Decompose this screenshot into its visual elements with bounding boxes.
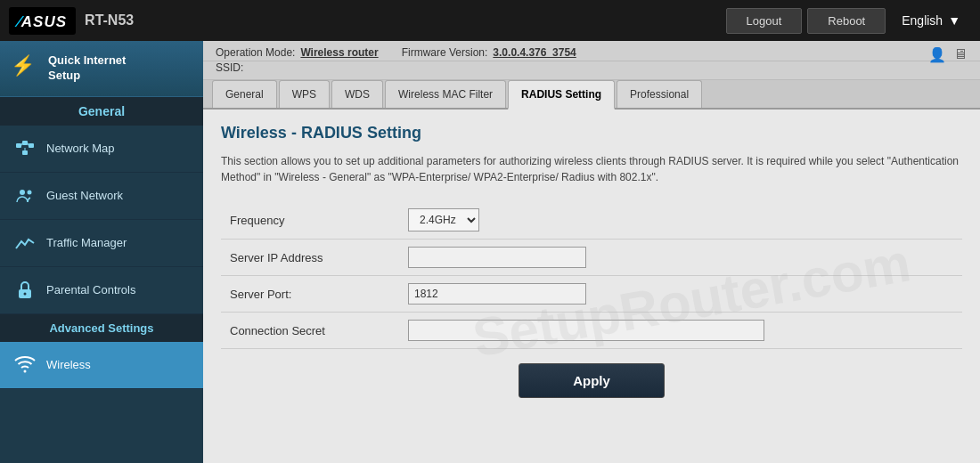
op-mode-value[interactable]: Wireless router [300,46,378,59]
chevron-down-icon: ▼ [948,13,960,28]
tab-radius-setting[interactable]: RADIUS Setting [508,80,615,110]
svg-point-10 [24,292,27,295]
sidebar: ⚡ Quick InternetSetup General [0,41,203,463]
frequency-row: Frequency 2.4GHz 5GHz [221,201,962,240]
sidebar-item-quick-setup[interactable]: ⚡ Quick InternetSetup [0,41,203,97]
quick-setup-label: Quick InternetSetup [48,53,126,84]
tab-general[interactable]: General [212,80,277,108]
info-icons-area: 👤 🖥 [928,46,968,63]
logout-button[interactable]: Logout [726,8,803,34]
sidebar-advanced-header: Advanced Settings [0,314,203,342]
guest-network-label: Guest Network [46,189,123,202]
page-description: This section allows you to set up additi… [221,153,962,185]
svg-point-8 [28,190,32,194]
frequency-label: Frequency [221,201,399,240]
svg-line-4 [21,142,22,145]
info-bar: Operation Mode: Wireless router Firmware… [203,41,980,61]
top-bar: ⁄ASUS RT-N53 Logout Reboot English ▼ [0,0,980,41]
apply-button[interactable]: Apply [519,363,665,398]
parental-controls-label: Parental Controls [46,283,135,296]
tab-wds[interactable]: WDS [331,80,383,108]
sidebar-item-wireless[interactable]: Wireless [0,342,203,389]
connection-secret-input[interactable] [408,320,764,341]
server-port-row: Server Port: [221,276,962,313]
parental-controls-icon [12,278,37,303]
svg-line-5 [28,142,29,145]
server-port-input[interactable] [408,283,586,305]
svg-rect-2 [29,143,34,148]
model-label: RT-N53 [85,12,134,28]
wireless-label: Wireless [46,358,91,371]
sidebar-item-traffic-manager[interactable]: Traffic Manager [0,220,203,267]
radius-form: Frequency 2.4GHz 5GHz Server IP Address [221,201,962,349]
fw-value[interactable]: 3.0.0.4.376_3754 [493,46,576,59]
wireless-icon [12,353,37,378]
brand-logo: ⁄ASUS [9,7,76,35]
fw-label: Firmware Version: [402,46,488,59]
network-map-icon [12,136,37,161]
display-icon: 🖥 [953,46,968,63]
sidebar-item-guest-network[interactable]: Guest Network [0,173,203,220]
server-port-label: Server Port: [221,276,399,313]
traffic-manager-icon [12,231,37,256]
ssid-label: SSID: [216,61,243,74]
tab-professional[interactable]: Professional [617,80,702,108]
tab-mac-filter[interactable]: Wireless MAC Filter [385,80,506,108]
user-icon: 👤 [928,46,946,63]
content-area: Operation Mode: Wireless router Firmware… [203,41,980,463]
language-selector[interactable]: English ▼ [891,6,971,35]
page-title: Wireless - RADIUS Setting [221,124,962,142]
sidebar-general-header: General [0,97,203,126]
connection-secret-label: Connection Secret [221,313,399,349]
page-content: SetupRouter.com Wireless - RADIUS Settin… [203,110,980,463]
guest-network-icon [12,183,37,208]
op-mode-label: Operation Mode: [216,46,295,59]
connection-secret-row: Connection Secret [221,313,962,349]
svg-point-11 [24,370,27,372]
apply-row: Apply [221,349,962,412]
quick-setup-icon: ⚡ [11,54,39,83]
svg-point-7 [20,190,25,195]
reboot-button[interactable]: Reboot [807,8,886,34]
sidebar-item-parental-controls[interactable]: Parental Controls [0,267,203,314]
server-ip-label: Server IP Address [221,240,399,276]
tab-wps[interactable]: WPS [279,80,330,108]
svg-rect-0 [16,143,21,148]
svg-rect-1 [22,141,28,145]
svg-rect-3 [22,150,28,155]
ssid-bar: SSID: [203,61,980,80]
server-ip-row: Server IP Address [221,240,962,276]
traffic-manager-label: Traffic Manager [46,236,127,249]
frequency-select[interactable]: 2.4GHz 5GHz [408,208,479,232]
server-ip-input[interactable] [408,247,586,268]
tabs-bar: General WPS WDS Wireless MAC Filter RADI… [203,80,980,110]
network-map-label: Network Map [46,142,115,155]
main-layout: ⚡ Quick InternetSetup General [0,41,980,463]
sidebar-item-network-map[interactable]: Network Map [0,126,203,173]
